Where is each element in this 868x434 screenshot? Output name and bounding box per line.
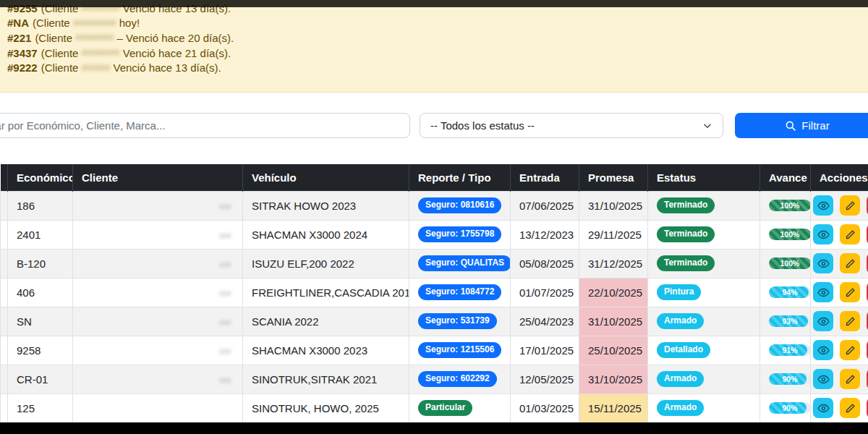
eye-icon: [817, 373, 830, 386]
report-type-badge: Particular: [418, 400, 472, 415]
acciones-cell: [811, 278, 868, 307]
eye-icon: [817, 286, 830, 299]
table-row: CR-01 ### SINOTRUK,SITRAK 2021 Seguro: 6…: [1, 365, 868, 393]
cliente-cell: ###: [73, 278, 243, 307]
table-row: 406 ### FREIGHTLINER,CASCADIA 2018 Segur…: [1, 278, 868, 307]
search-input[interactable]: [0, 113, 410, 138]
promesa-cell: 15/11/2025: [579, 393, 648, 422]
alert-line-post: – Venció hace 20 día(s).: [116, 32, 234, 44]
economico-cell: CR-01: [8, 365, 73, 393]
reporte-cell: Particular: [409, 393, 511, 422]
col-promesa: Promesa: [579, 164, 648, 191]
pencil-icon: [845, 287, 856, 298]
edit-button[interactable]: [840, 195, 860, 216]
estatus-cell: Pintura: [648, 278, 760, 307]
avance-cell: 100%: [760, 220, 811, 249]
redacted-client-name: ###: [219, 348, 231, 356]
redacted-client-name: ###: [219, 290, 231, 298]
filter-button[interactable]: Filtrar: [735, 113, 868, 138]
status-badge: Armado: [657, 371, 704, 386]
filter-bar: -- Todos los estatus -- Filtrar: [0, 113, 868, 139]
status-badge: Terminado: [657, 197, 715, 213]
reporte-cell: Seguro: QUALITAS: [409, 249, 511, 278]
edit-button[interactable]: [840, 282, 860, 302]
pencil-icon: [845, 345, 856, 356]
report-type-badge: Seguro: 1215506: [418, 342, 501, 357]
overdue-alert-banner: #9255 (Cliente ######## Venció hace 13 d…: [0, 0, 868, 93]
progress-bar: 91%: [769, 344, 811, 356]
promesa-cell: 25/10/2025: [579, 336, 648, 365]
edit-button[interactable]: [840, 369, 860, 389]
edit-button[interactable]: [840, 340, 860, 360]
view-button[interactable]: [813, 311, 833, 331]
alert-line: #3437(Cliente########Venció hace 21 día(…: [0, 46, 868, 61]
estatus-cell: Terminado: [648, 220, 760, 249]
edit-button[interactable]: [840, 224, 860, 244]
report-type-badge: Seguro: QUALITAS: [418, 255, 511, 271]
status-select[interactable]: -- Todos los estatus --: [420, 113, 723, 138]
reporte-cell: Seguro: 602292: [409, 365, 511, 393]
edit-button[interactable]: [840, 398, 860, 418]
redacted-client-name: ###: [219, 232, 231, 240]
view-button[interactable]: [813, 369, 833, 389]
estatus-cell: Armado: [648, 365, 760, 393]
col-entrada: Entrada: [511, 164, 579, 191]
edit-button[interactable]: [840, 253, 860, 273]
reporte-cell: Seguro: 1215506: [409, 336, 511, 365]
eye-icon: [817, 344, 830, 357]
pencil-icon: [845, 374, 856, 385]
progress-label: 100%: [769, 229, 811, 240]
col-cliente: Cliente: [73, 164, 243, 191]
economico-cell: 2401: [8, 220, 73, 249]
avance-cell: 100%: [760, 191, 811, 220]
top-crop-bar: [0, 0, 868, 7]
report-type-badge: Seguro: 1084772: [418, 284, 501, 299]
economico-cell: B-120: [8, 249, 73, 278]
status-badge: Detallado: [657, 342, 710, 357]
view-button[interactable]: [813, 398, 833, 418]
view-button[interactable]: [813, 282, 833, 302]
eye-icon: [817, 315, 830, 328]
progress-bar: 94%: [769, 286, 811, 298]
bottom-crop-bar: [0, 422, 868, 434]
view-button[interactable]: [813, 340, 833, 360]
economico-cell: SN: [8, 307, 73, 336]
alert-report-id: #3437: [7, 47, 38, 59]
progress-bar: 100%: [769, 200, 811, 211]
avance-cell: 93%: [760, 307, 811, 336]
progress-label: 90%: [769, 402, 811, 414]
cliente-cell: ###: [73, 365, 243, 393]
redacted-client-name: ###: [219, 203, 231, 211]
search-icon: [785, 120, 796, 132]
table-row: 125 SINOTRUK, HOWO, 2025 Particular 01/0…: [1, 393, 868, 422]
vehiculo-cell: SINOTRUK, HOWO, 2025: [243, 393, 409, 422]
col-economico: Económico: [8, 164, 73, 191]
acciones-cell: [811, 336, 868, 365]
view-button[interactable]: [813, 195, 833, 216]
reporte-cell: Seguro: 1755798: [409, 220, 511, 249]
alert-report-id: #9222: [7, 61, 38, 74]
promesa-cell: 31/12/2025: [579, 249, 648, 278]
entrada-cell: 01/03/2025: [511, 393, 579, 422]
view-button[interactable]: [813, 253, 833, 273]
report-type-badge: Seguro: 0810616: [418, 197, 501, 213]
col-acciones: Acciones: [811, 164, 868, 191]
estatus-cell: Armado: [648, 393, 760, 422]
edit-button[interactable]: [840, 311, 860, 331]
col-reporte-tipo: Reporte / Tipo: [409, 164, 511, 191]
eye-icon: [817, 258, 830, 270]
work-orders-table: Económico Cliente Vehículo Reporte / Tip…: [0, 164, 868, 423]
cliente-cell: ###: [73, 249, 243, 278]
reporte-cell: Seguro: 1084772: [409, 278, 511, 307]
acciones-cell: [811, 393, 868, 422]
progress-bar: 100%: [769, 258, 811, 269]
estatus-cell: Detallado: [648, 336, 760, 365]
sliver-cell: [1, 249, 8, 278]
sliver-cell: [1, 278, 8, 307]
avance-cell: 90%: [760, 393, 811, 422]
redacted-client-name: ########: [75, 33, 114, 43]
estatus-cell: Terminado: [648, 191, 760, 220]
view-button[interactable]: [813, 224, 833, 244]
progress-label: 93%: [769, 315, 811, 327]
vehiculo-cell: SITRAK HOWO 2023: [243, 191, 409, 220]
